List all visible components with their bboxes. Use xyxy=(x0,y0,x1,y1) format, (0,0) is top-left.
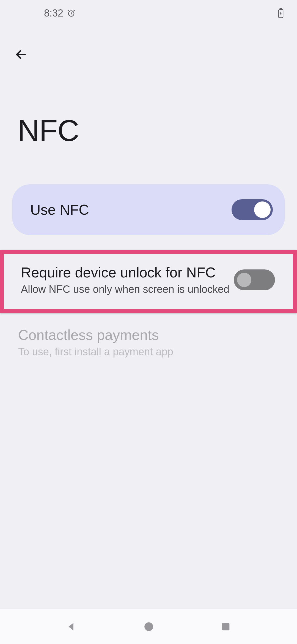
status-clock: 8:32 xyxy=(44,7,63,19)
contactless-payments-row: Contactless payments To use, first insta… xyxy=(0,327,297,358)
arrow-back-icon xyxy=(14,47,28,63)
contactless-title: Contactless payments xyxy=(18,327,173,343)
settings-list: Use NFC Require device unlock for NFC Al… xyxy=(0,184,297,358)
require-unlock-subtitle: Allow NFC use only when screen is unlock… xyxy=(21,283,229,295)
use-nfc-label: Use NFC xyxy=(30,201,89,218)
toggle-knob xyxy=(254,201,271,218)
nav-back-button[interactable] xyxy=(66,621,77,632)
nav-home-button[interactable] xyxy=(143,621,155,632)
require-unlock-text: Require device unlock for NFC Allow NFC … xyxy=(21,264,229,295)
system-nav-bar xyxy=(0,609,297,644)
require-unlock-highlight: Require device unlock for NFC Allow NFC … xyxy=(0,250,297,313)
svg-rect-4 xyxy=(222,623,229,631)
svg-rect-2 xyxy=(280,9,282,10)
battery-charging-icon xyxy=(278,8,284,18)
require-unlock-toggle[interactable] xyxy=(234,269,275,290)
status-left: 8:32 xyxy=(44,7,75,19)
contactless-subtitle: To use, first install a payment app xyxy=(18,346,173,358)
alarm-icon xyxy=(67,9,75,17)
require-unlock-title: Require device unlock for NFC xyxy=(21,264,229,281)
use-nfc-toggle[interactable] xyxy=(232,199,273,220)
nav-recent-button[interactable] xyxy=(220,621,231,632)
use-nfc-row[interactable]: Use NFC xyxy=(12,184,285,235)
page-title: NFC xyxy=(18,113,79,148)
status-bar: 8:32 xyxy=(0,0,297,26)
toggle-knob xyxy=(237,273,251,287)
back-button[interactable] xyxy=(10,44,32,66)
svg-point-3 xyxy=(144,622,153,631)
contactless-text: Contactless payments To use, first insta… xyxy=(18,327,173,358)
require-unlock-row[interactable]: Require device unlock for NFC Allow NFC … xyxy=(15,264,282,295)
status-right xyxy=(278,8,284,18)
